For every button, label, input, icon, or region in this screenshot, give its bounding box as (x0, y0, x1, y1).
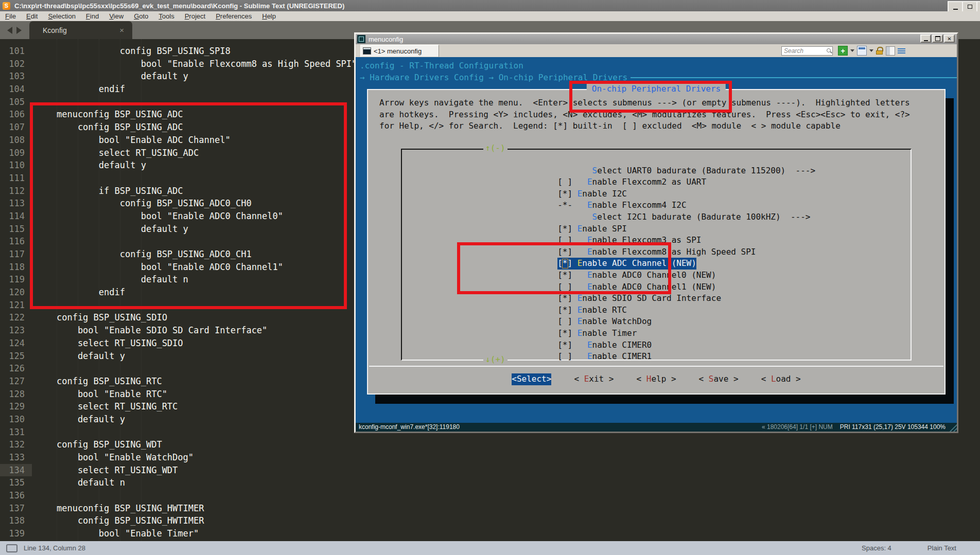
line-number: 117 (0, 248, 32, 261)
terminal-window-title: menuconfig (369, 35, 403, 43)
button-hotkey-letter: S (517, 374, 522, 384)
line-number: 113 (0, 197, 32, 210)
tab-nav-right-icon[interactable] (16, 27, 22, 34)
line-number: 129 (0, 400, 32, 413)
hamburger-menu-icon[interactable] (898, 48, 905, 53)
terminal-tab[interactable]: <1> menuconfig (360, 45, 439, 57)
line-number: 127 (0, 375, 32, 388)
dialog-button[interactable]: <Select> (512, 373, 551, 385)
menu-item[interactable]: View (104, 12, 129, 20)
dialog-button[interactable]: < Exit > (574, 373, 614, 385)
menu-item[interactable]: Help (257, 12, 281, 20)
menu-item[interactable]: Selection (43, 12, 80, 20)
instruction-line: for Help, </> for Search. Legend: [*] bu… (379, 120, 944, 132)
line-number: 110 (0, 159, 32, 172)
scroll-down-indicator[interactable]: ↓(+) (483, 354, 507, 366)
hotkey-letter: E (577, 316, 583, 326)
line-number: 106 (0, 108, 32, 121)
editor-line: 133 bool "Enable WatchDog" (0, 451, 980, 464)
window-mode-button[interactable] (857, 46, 867, 56)
code-text: bool "Enable RTC" (36, 388, 167, 401)
dialog-button[interactable]: < Save > (699, 373, 739, 385)
line-number: 116 (0, 235, 32, 248)
console-icon (363, 47, 371, 55)
terminal-minimize-button[interactable] (920, 34, 931, 43)
code-text: default n (36, 476, 125, 489)
syntax-setting[interactable]: Plain Text (927, 544, 956, 552)
line-number: 130 (0, 413, 32, 426)
line-number: 115 (0, 223, 32, 236)
code-text: config BSP_USING_SPI8 (36, 45, 231, 58)
hotkey-letter: E (577, 328, 583, 338)
line-number: 120 (0, 286, 32, 299)
conemu-app-icon (357, 35, 365, 43)
menu-item[interactable]: Project (180, 12, 211, 20)
lock-icon[interactable] (876, 46, 883, 55)
restore-button[interactable] (962, 1, 977, 12)
minimize-button[interactable] (948, 1, 963, 12)
resize-grip[interactable] (949, 423, 957, 432)
hotkey-letter: S (592, 166, 598, 175)
editor-line: 139 bool "Enable Timer" (0, 527, 980, 540)
annotation-box-adc-menu (457, 242, 671, 294)
sublime-app-icon: S (3, 2, 10, 10)
new-console-dropdown-icon[interactable] (850, 49, 854, 52)
tab-kconfig[interactable]: Kconfig × (29, 21, 132, 39)
editor-line: 137 menuconfig BSP_USING_HWTIMER (0, 502, 980, 515)
editor-line: 138 config BSP_USING_HWTIMER (0, 514, 980, 527)
status-build-info: « 180206[64] 1/1 [+] NUM (762, 421, 833, 433)
menu-item[interactable]: Goto (129, 12, 153, 20)
line-number: 121 (0, 299, 32, 312)
line-number: 102 (0, 58, 32, 70)
terminal-close-button[interactable]: ✕ (944, 34, 955, 43)
hotkey-letter: E (587, 200, 592, 210)
indentation-setting[interactable]: Spaces: 4 (862, 544, 891, 552)
line-number: 103 (0, 70, 32, 83)
hotkey-letter: E (577, 224, 583, 234)
line-number: 139 (0, 527, 32, 540)
terminal-toolbar: <1> menuconfig + (356, 44, 957, 57)
button-hotkey-letter: H (646, 374, 652, 384)
scroll-up-indicator[interactable]: ↑(-) (483, 142, 507, 154)
search-input[interactable] (781, 46, 833, 56)
menu-item[interactable]: Preferences (211, 12, 257, 20)
button-separator (369, 366, 943, 367)
sublime-window-title: C:\nxp\rt-thread\bsp\lpc55sxx\lpc55s69_e… (14, 2, 344, 10)
code-text: default y (36, 350, 125, 363)
terminal-maximize-button[interactable] (932, 34, 943, 43)
new-console-button[interactable]: + (838, 46, 848, 56)
line-number: 138 (0, 514, 32, 527)
breadcrumb-rule (631, 77, 957, 78)
menu-item[interactable]: Edit (21, 12, 43, 20)
tab-nav-left-icon[interactable] (7, 27, 12, 34)
window-mode-dropdown-icon[interactable] (869, 49, 873, 52)
menu-item[interactable]: Find (81, 12, 104, 20)
tab-close-icon[interactable]: × (119, 26, 124, 34)
line-number: 123 (0, 324, 32, 337)
restore-icon (968, 5, 972, 9)
menu-item[interactable]: Tools (153, 12, 179, 20)
annotation-box-dialog-title (569, 81, 732, 113)
terminal-tab-label: <1> menuconfig (374, 47, 422, 55)
line-number: 111 (0, 172, 32, 185)
close-button[interactable]: ✕ (976, 1, 980, 12)
screen: S C:\nxp\rt-thread\bsp\lpc55sxx\lpc55s69… (0, 0, 980, 555)
minimize-icon (953, 9, 958, 10)
sublime-menu-bar: FileEditSelectionFindViewGotoToolsProjec… (0, 11, 980, 21)
editor-line: 132 config BSP_USING_WDT (0, 438, 980, 451)
button-hotkey-letter: E (584, 374, 589, 384)
menu-item[interactable]: File (0, 12, 21, 20)
menu-entry[interactable]: Select UART0 badurate (Badurate 115200) … (478, 153, 911, 165)
code-text: bool "Enable Timer" (36, 527, 199, 540)
dialog-button[interactable]: < Help > (636, 373, 676, 385)
line-number: 126 (0, 362, 32, 375)
line-number: 101 (0, 45, 32, 58)
terminal-status-bar: kconfig-mconf_win7.exe*[32]:119180 « 180… (356, 423, 957, 432)
dialog-button[interactable]: < Load > (761, 373, 801, 385)
line-number: 104 (0, 83, 32, 96)
config-header: .config - RT-Thread Configuration (360, 60, 523, 72)
line-number: 134 (0, 464, 32, 477)
panes-icon[interactable] (886, 46, 895, 56)
console-indicator-icon[interactable] (6, 544, 18, 552)
status-console-info: PRI 117x31 (25,17) 25V 105344 100% (840, 421, 946, 433)
